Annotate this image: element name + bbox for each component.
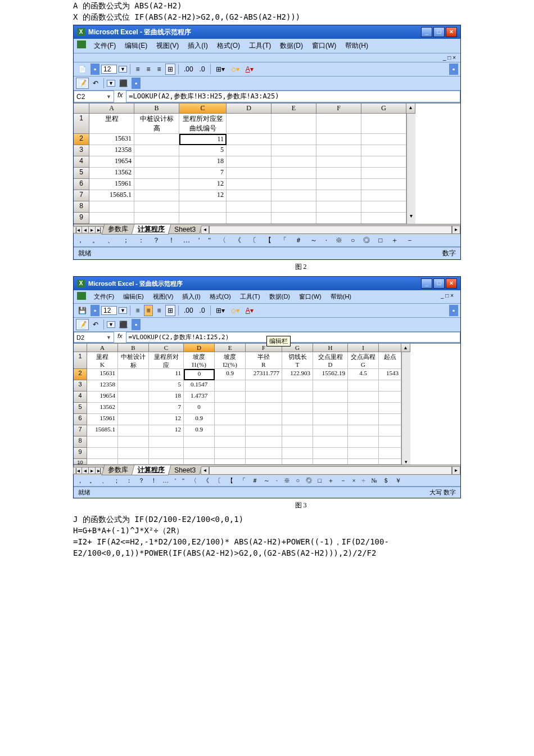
menu-edit[interactable]: 编辑(E): [121, 40, 151, 51]
hscroll-left[interactable]: ◂: [201, 466, 209, 475]
spreadsheet-grid2[interactable]: A B C D E F G编辑栏 H I ▴ 1 里程K 中桩设计标高H 里程所…: [74, 343, 460, 465]
formula-input2[interactable]: =VLOOKUP(C2,参数库!A1:I25,2): [126, 332, 460, 343]
cell-a2[interactable]: 15631: [89, 134, 134, 145]
hscroll-track[interactable]: [209, 226, 452, 234]
scroll-up[interactable]: ▴: [401, 344, 410, 352]
menu-file[interactable]: 文件(F): [90, 40, 119, 51]
corner-cell[interactable]: [74, 104, 89, 114]
cell-f1[interactable]: [316, 114, 361, 134]
align-left-icon[interactable]: ≡: [133, 64, 142, 75]
decrease-decimal-icon[interactable]: .0: [197, 64, 207, 75]
cell-c1[interactable]: 里程所对应竖曲线编号: [179, 114, 227, 134]
align-left-icon[interactable]: ≡: [133, 305, 142, 316]
align-right-icon[interactable]: ≡: [155, 64, 164, 75]
col-c[interactable]: C: [179, 104, 227, 114]
align-right-icon[interactable]: ≡: [155, 305, 164, 316]
save-icon[interactable]: 💾: [76, 305, 89, 316]
col-e[interactable]: E: [271, 104, 316, 114]
new-icon[interactable]: 📄: [76, 64, 89, 75]
draw-icon[interactable]: 📝: [76, 78, 89, 89]
row-1-hdr[interactable]: 1: [74, 114, 89, 134]
menu-format[interactable]: 格式(O): [206, 292, 234, 302]
col-f[interactable]: F: [316, 104, 361, 114]
col-g[interactable]: G: [361, 104, 406, 114]
hscroll-right[interactable]: ▸: [452, 466, 460, 475]
increase-decimal-icon[interactable]: .00: [182, 64, 196, 75]
tab-params[interactable]: 参数库: [102, 224, 135, 235]
formula-input[interactable]: =LOOKUP(A2,参数库!H3:H25,参数库!A3:A25): [126, 91, 460, 102]
undo-icon[interactable]: ↶: [90, 78, 101, 89]
menu-tools[interactable]: 工具(T): [237, 292, 264, 302]
menu-insert[interactable]: 插入(I): [184, 40, 211, 51]
spreadsheet-grid[interactable]: A B C D E F G ▴ 1 里程 中桩设计标高 里程所对应竖曲线编号 2…: [74, 103, 460, 224]
close-button[interactable]: ×: [446, 27, 457, 37]
tab-params[interactable]: 参数库: [102, 465, 135, 475]
cell-g1[interactable]: [361, 114, 406, 134]
fontsize-dropdown[interactable]: ▼: [119, 307, 127, 314]
symbol-toolbar2[interactable]: ， 。 、 ； ： ？ ！ … ' " 〈 《 〔 【 「 ＃ ～ · ※ ○ …: [74, 475, 460, 487]
menu-view[interactable]: 视图(V): [150, 292, 177, 302]
menu-view[interactable]: 视图(V): [153, 40, 182, 51]
menu-file[interactable]: 文件(F): [90, 292, 117, 302]
align-center-icon[interactable]: ≡: [144, 305, 153, 316]
col-a[interactable]: A: [89, 104, 134, 114]
name-box[interactable]: C2▼: [74, 91, 114, 102]
name-box2[interactable]: D2▼: [74, 332, 114, 343]
menu-insert[interactable]: 插入(I): [179, 292, 203, 302]
cell-d2-active[interactable]: 0: [184, 369, 215, 380]
fx-label[interactable]: fx: [114, 91, 126, 102]
expand3-icon[interactable]: ▪: [132, 78, 141, 89]
fontsize-input[interactable]: 12: [101, 65, 117, 74]
maximize-button[interactable]: □: [433, 278, 445, 289]
fill-color-icon[interactable]: ◇▾: [229, 64, 242, 75]
expand3-icon[interactable]: ▪: [132, 319, 141, 330]
tab-nav[interactable]: |◂◂▸▸|: [74, 466, 103, 474]
tab-calc[interactable]: 计算程序: [132, 465, 171, 475]
minimize-button[interactable]: _: [421, 27, 432, 37]
menu-data[interactable]: 数据(D): [277, 40, 306, 51]
cell-a1[interactable]: 里程: [89, 114, 134, 134]
fill-color-icon[interactable]: ◇▾: [229, 305, 242, 316]
draw-icon[interactable]: 📝: [76, 319, 89, 330]
tab-sheet3[interactable]: Sheet3: [168, 226, 202, 234]
fx-label[interactable]: fx: [114, 332, 126, 343]
borders-icon[interactable]: ⊞▾: [214, 305, 227, 316]
scroll-up[interactable]: ▴: [406, 104, 415, 114]
expand-icon[interactable]: ▪: [90, 305, 99, 316]
tab-calc[interactable]: 计算程序: [132, 224, 171, 235]
fontsize-input[interactable]: 12: [101, 306, 117, 315]
merge-cells-icon[interactable]: ⊞: [165, 305, 175, 316]
hscroll-right[interactable]: ▸: [452, 226, 460, 234]
col-d[interactable]: D: [227, 104, 271, 114]
cell-d1[interactable]: [227, 114, 271, 134]
row-2-hdr[interactable]: 2: [74, 134, 89, 145]
maximize-button[interactable]: □: [433, 27, 445, 37]
close-button[interactable]: ×: [446, 278, 457, 289]
menu-format[interactable]: 格式(O): [214, 40, 243, 51]
expand-icon[interactable]: ▪: [90, 64, 99, 75]
cell-e1[interactable]: [271, 114, 316, 134]
cell-b1[interactable]: 中桩设计标高: [134, 114, 179, 134]
menu-window[interactable]: 窗口(W): [309, 40, 340, 51]
increase-decimal-icon[interactable]: .00: [182, 305, 196, 316]
font-color-icon[interactable]: A▾: [243, 64, 256, 75]
decrease-decimal-icon[interactable]: .0: [197, 305, 207, 316]
expand2-icon[interactable]: ▪: [449, 64, 458, 75]
fontsize-dropdown[interactable]: ▼: [119, 66, 127, 73]
line-dropdown[interactable]: ▼: [107, 80, 115, 87]
cell-c2[interactable]: 11: [179, 134, 227, 145]
col-b[interactable]: B: [134, 104, 179, 114]
expand2-icon[interactable]: ▪: [449, 305, 458, 316]
minimize-button[interactable]: _: [421, 278, 432, 289]
cell-b2[interactable]: [134, 134, 179, 145]
borders-icon[interactable]: ⊞▾: [214, 64, 227, 75]
font-color-icon[interactable]: A▾: [243, 305, 256, 316]
menu-help[interactable]: 帮助(H): [342, 40, 372, 51]
align-center-icon[interactable]: ≡: [144, 64, 153, 75]
corner-cell[interactable]: [74, 344, 87, 352]
hscroll-left[interactable]: ◂: [201, 226, 209, 234]
tab-nav[interactable]: |◂◂▸▸|: [74, 226, 103, 233]
tab-sheet3[interactable]: Sheet3: [168, 466, 202, 475]
line-color-icon[interactable]: ⬛: [117, 319, 130, 330]
menu-help[interactable]: 帮助(H): [327, 292, 355, 302]
